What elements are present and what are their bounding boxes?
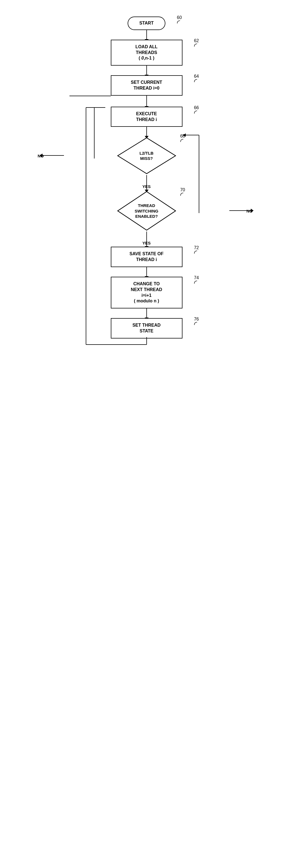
set-thread-state-box: SET THREADSTATE [111, 318, 183, 339]
ref-curve-66 [193, 110, 198, 115]
ref-curve-62 [193, 42, 198, 48]
arrow-3 [146, 127, 147, 136]
arrow-2 [146, 66, 147, 75]
ref-curve-76 [193, 321, 198, 327]
ref-curve-74 [193, 279, 198, 285]
load-threads-box: LOAD ALLTHREADS( 0,n-1 ) [111, 40, 183, 66]
execute-thread-box: EXECUTETHREAD i [111, 107, 183, 127]
load-threads-node: 62 LOAD ALLTHREADS( 0,n-1 ) [64, 40, 229, 66]
l2-no-arrow-h [42, 155, 64, 156]
execute-thread-node: 66 EXECUTETHREAD i [64, 107, 229, 127]
l2-miss-diamond-svg [116, 136, 177, 175]
loop-entry-area [111, 96, 183, 107]
thread-switch-no-arrow [229, 210, 251, 211]
thread-switch-node: 70 THREADSWITCHINGENABLED? NO YES [64, 190, 229, 231]
save-state-node: 72 SAVE STATE OFTHREAD i [64, 247, 229, 267]
ref-curve-60 [176, 19, 182, 25]
l2-miss-node: 68 L2/TLBMISS? NO YES [64, 136, 229, 175]
arrow-7 [146, 308, 147, 318]
ref-curve-72 [193, 249, 198, 255]
set-current-thread-node: 64 SET CURRENTTHREAD i=0 [64, 75, 229, 96]
svg-marker-0 [118, 138, 175, 174]
thread-switch-diamond-svg [116, 190, 177, 231]
arrow-1 [146, 30, 147, 40]
arrow-5 [146, 231, 147, 247]
start-label: START [139, 21, 154, 25]
start-node: 60 START [64, 17, 229, 30]
arrow-6 [146, 267, 147, 277]
save-state-box: SAVE STATE OFTHREAD i [111, 247, 183, 267]
start-box: START [128, 17, 165, 30]
svg-marker-1 [118, 192, 175, 230]
loop-top-horizontal [69, 96, 111, 96]
change-thread-box: CHANGE TONEXT THREADi=i+1( modulo n ) [111, 277, 183, 308]
flowchart-diagram: 60 START 62 LOAD ALLTHREADS( 0,n-1 ) 64 [64, 11, 229, 857]
ref-curve-70 [179, 192, 185, 197]
ref-curve-68 [179, 138, 185, 143]
arrow-4 [146, 175, 147, 190]
ref-curve-64 [193, 78, 198, 84]
set-thread-state-node: 76 SET THREADSTATE [64, 318, 229, 339]
change-thread-node: 74 CHANGE TONEXT THREADi=i+1( modulo n ) [64, 277, 229, 308]
set-current-thread-box: SET CURRENTTHREAD i=0 [111, 75, 183, 96]
